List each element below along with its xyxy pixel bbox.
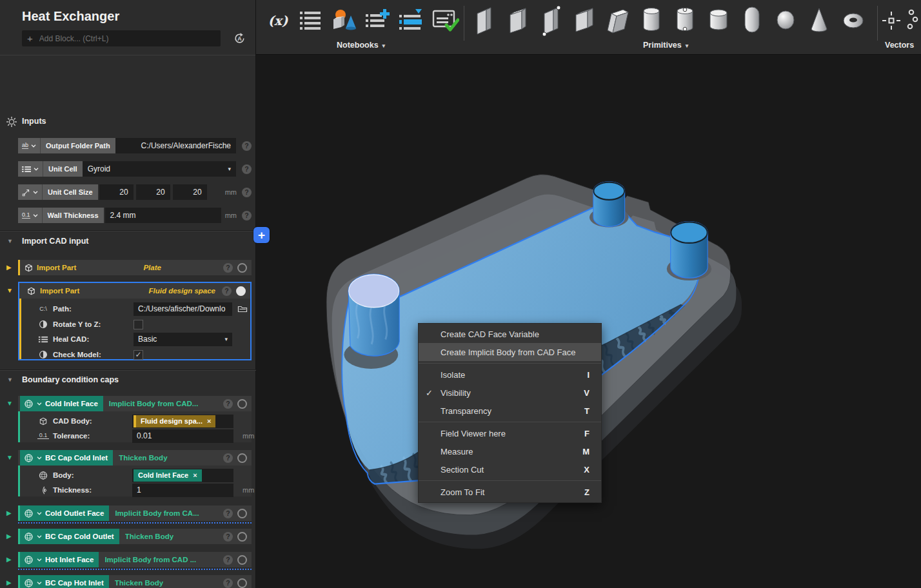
type-chip-vector[interactable] bbox=[18, 184, 43, 200]
expand-triangle-icon[interactable]: ▶ bbox=[6, 552, 12, 567]
cad-body-tag[interactable]: Fluid design spa... × bbox=[134, 415, 215, 427]
type-chip-text[interactable]: ab bbox=[18, 138, 41, 153]
output-toggle-icon[interactable] bbox=[237, 578, 247, 588]
wall-thickness-value[interactable]: 2.4 mm bbox=[105, 208, 221, 223]
menu-item-transparency[interactable]: TransparencyT bbox=[419, 402, 601, 420]
cad-body-slot[interactable]: Fluid design spa... × bbox=[132, 415, 233, 428]
output-toggle-icon[interactable] bbox=[237, 453, 247, 463]
menu-item-section-cut[interactable]: Section CutX bbox=[419, 460, 601, 478]
function-x-icon[interactable]: (x) bbox=[264, 4, 292, 37]
collapse-triangle-icon[interactable]: ▼ bbox=[7, 377, 13, 383]
path-value[interactable]: C:/Users/afischer/Downlo bbox=[134, 302, 232, 316]
expand-triangle-icon[interactable]: ▶ bbox=[6, 529, 12, 544]
help-icon[interactable]: ? bbox=[223, 399, 233, 409]
remove-tag-icon[interactable]: × bbox=[193, 471, 197, 479]
primitive-cylinder-icon[interactable] bbox=[638, 4, 666, 37]
block-header[interactable]: Import Part Fluid design space ? bbox=[19, 283, 250, 299]
help-icon[interactable]: ? bbox=[242, 164, 252, 174]
help-icon[interactable]: ? bbox=[223, 509, 233, 518]
collapse-triangle-icon[interactable]: ▼ bbox=[6, 283, 13, 299]
add-block-input[interactable] bbox=[38, 34, 215, 44]
block-chip[interactable]: Hot Inlet Face bbox=[20, 552, 99, 567]
block-bc-cap-hot-inlet[interactable]: BC Cap Hot Inlet Thicken Body ? bbox=[18, 575, 252, 588]
input-label[interactable]: Unit Cell bbox=[43, 161, 83, 177]
toolbar-group-notebooks[interactable]: Notebooks▾ bbox=[337, 41, 385, 50]
collapse-triangle-icon[interactable]: ▼ bbox=[7, 238, 13, 244]
add-connected-block-button[interactable]: + bbox=[253, 227, 270, 243]
shapes-icon[interactable] bbox=[330, 4, 358, 37]
output-toggle-icon[interactable] bbox=[237, 263, 247, 273]
tolerance-value[interactable]: 0.01 bbox=[132, 429, 233, 443]
menu-item-field-viewer[interactable]: Field Viewer hereF bbox=[419, 424, 601, 442]
expand-triangle-icon[interactable]: ▶ bbox=[6, 260, 12, 275]
type-chip-enum[interactable] bbox=[18, 161, 43, 177]
output-toggle-icon[interactable] bbox=[236, 286, 246, 296]
block-chip[interactable]: Cold Outlet Face bbox=[20, 505, 109, 521]
help-icon[interactable]: ? bbox=[223, 555, 233, 565]
output-toggle-icon[interactable] bbox=[237, 555, 247, 565]
block-chip[interactable]: Import Part bbox=[20, 260, 81, 275]
output-toggle-icon[interactable] bbox=[237, 532, 247, 542]
block-import-part-plate[interactable]: Import Part Plate ? bbox=[18, 260, 252, 275]
3d-viewport[interactable]: Create CAD Face Variable Create Implicit… bbox=[256, 55, 921, 588]
window-check-icon[interactable] bbox=[431, 4, 460, 37]
body-tag[interactable]: Cold Inlet Face × bbox=[134, 469, 202, 482]
primitive-box-icon[interactable] bbox=[470, 4, 499, 37]
menu-item-measure[interactable]: MeasureM bbox=[419, 442, 601, 460]
menu-item-isolate[interactable]: IsolateI bbox=[419, 366, 601, 384]
help-icon[interactable]: ? bbox=[223, 453, 233, 463]
section-import-cad[interactable]: Import CAD input bbox=[22, 237, 88, 246]
block-hot-inlet-face[interactable]: Hot Inlet Face Implicit Body from CAD ..… bbox=[18, 552, 252, 567]
primitive-torus-icon[interactable] bbox=[839, 4, 867, 37]
unit-cell-size-z[interactable]: 20 bbox=[173, 184, 207, 200]
check-model-checkbox[interactable]: ✓ bbox=[134, 350, 143, 360]
block-chip[interactable]: BC Cap Cold Inlet bbox=[20, 450, 113, 466]
help-icon[interactable]: ? bbox=[223, 263, 233, 273]
port-cylinder-top[interactable] bbox=[593, 182, 624, 226]
list-icon[interactable] bbox=[296, 4, 324, 37]
output-toggle-icon[interactable] bbox=[237, 399, 247, 409]
help-icon[interactable]: ? bbox=[242, 211, 252, 220]
folder-browse-icon[interactable] bbox=[237, 304, 248, 313]
primitive-cylinder-two-point-icon[interactable] bbox=[671, 4, 700, 37]
collapse-triangle-icon[interactable]: ▼ bbox=[6, 396, 13, 411]
add-block-field[interactable]: + bbox=[22, 30, 221, 46]
body-slot[interactable]: Cold Inlet Face × bbox=[132, 469, 233, 482]
menu-item-create-cad-face-variable[interactable]: Create CAD Face Variable bbox=[419, 325, 601, 343]
block-chip[interactable]: Cold Inlet Face bbox=[20, 396, 103, 411]
input-label[interactable]: Wall Thickness bbox=[43, 208, 104, 223]
point-cloud-icon[interactable] bbox=[901, 4, 920, 37]
help-icon[interactable]: ? bbox=[242, 188, 252, 197]
section-boundary-caps[interactable]: Boundary condition caps bbox=[22, 375, 119, 384]
port-cylinder-right[interactable] bbox=[671, 222, 707, 277]
output-toggle-icon[interactable] bbox=[237, 509, 247, 518]
highlighted-cad-face[interactable] bbox=[349, 275, 399, 308]
block-chip[interactable]: BC Cap Hot Inlet bbox=[20, 575, 109, 588]
list-insert-icon[interactable] bbox=[397, 4, 425, 37]
toolbar-group-primitives[interactable]: Primitives▾ bbox=[643, 41, 688, 50]
unit-cell-size-y[interactable]: 20 bbox=[136, 184, 170, 200]
menu-item-create-implicit-body[interactable]: Create Implicit Body from CAD Face bbox=[419, 343, 601, 361]
input-label[interactable]: Output Folder Path bbox=[41, 138, 115, 153]
unit-cell-dropdown[interactable]: Gyroid▾ bbox=[83, 161, 236, 177]
list-add-icon[interactable] bbox=[363, 4, 391, 37]
block-bc-cap-cold-inlet[interactable]: BC Cap Cold Inlet Thicken Body ? Body: C… bbox=[18, 450, 252, 496]
collapse-triangle-icon[interactable]: ▼ bbox=[6, 450, 13, 466]
primitive-cube-icon[interactable] bbox=[571, 4, 599, 37]
block-import-part-fluid[interactable]: Import Part Fluid design space ? C:\ Pat… bbox=[18, 282, 252, 360]
thickness-value[interactable]: 1 bbox=[132, 484, 233, 497]
block-header[interactable]: BC Cap Cold Inlet Thicken Body ? bbox=[18, 450, 252, 466]
help-icon[interactable]: ? bbox=[223, 532, 233, 542]
primitive-box-rotated-icon[interactable] bbox=[504, 4, 532, 37]
primitive-sphere-icon[interactable] bbox=[772, 4, 800, 37]
auto-update-icon[interactable] bbox=[233, 32, 246, 45]
section-inputs[interactable]: Inputs bbox=[22, 117, 46, 126]
heal-cad-dropdown[interactable]: Basic▾ bbox=[134, 333, 232, 346]
block-header[interactable]: Cold Inlet Face Implicit Body from CAD..… bbox=[18, 396, 252, 411]
input-label[interactable]: Unit Cell Size bbox=[43, 184, 98, 200]
menu-item-visibility[interactable]: ✓VisibilityV bbox=[419, 384, 601, 402]
rotate-checkbox[interactable] bbox=[134, 320, 143, 329]
menu-item-zoom-to-fit[interactable]: Zoom To FitZ bbox=[419, 483, 601, 501]
help-icon[interactable]: ? bbox=[242, 141, 252, 151]
help-icon[interactable]: ? bbox=[223, 578, 233, 588]
